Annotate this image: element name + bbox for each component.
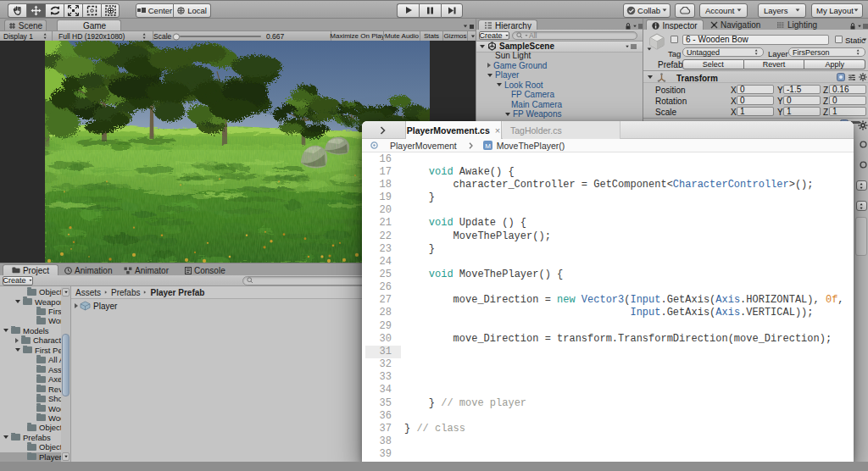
svg-text:M: M [485,142,491,150]
